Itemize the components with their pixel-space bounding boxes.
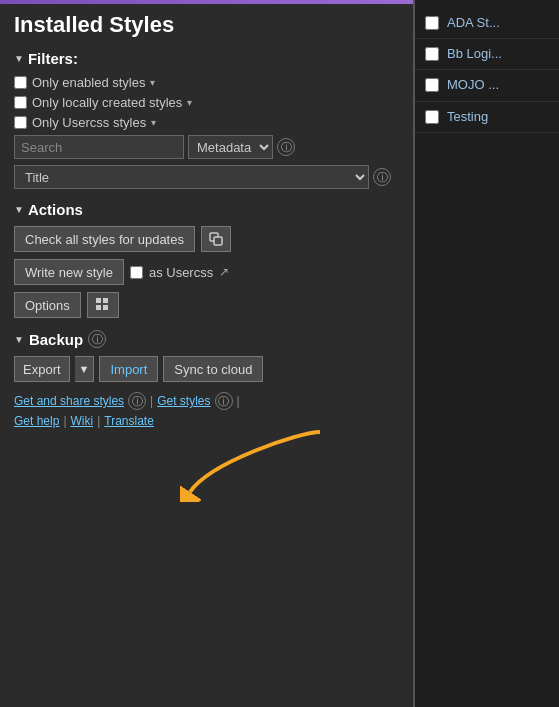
actions-section: ▼ Actions Check all styles for updates W… xyxy=(14,201,399,318)
write-new-button[interactable]: Write new style xyxy=(14,259,124,285)
style-item-3: Testing xyxy=(415,102,559,133)
page-title: Installed Styles xyxy=(14,12,399,38)
svg-rect-1 xyxy=(214,237,222,245)
style-checkbox-0[interactable] xyxy=(425,16,439,30)
right-panel: ADA St... Bb Logi... MOJO ... Testing xyxy=(415,0,559,707)
options-button[interactable]: Options xyxy=(14,292,81,318)
backup-info-button[interactable]: ⓘ xyxy=(88,330,106,348)
check-updates-button[interactable]: Check all styles for updates xyxy=(14,226,195,252)
actions-triangle: ▼ xyxy=(14,204,24,215)
style-name-2: MOJO ... xyxy=(447,76,499,94)
style-name-1: Bb Logi... xyxy=(447,45,502,63)
as-usercss-label: as Usercss xyxy=(149,265,213,280)
sync-button[interactable]: Sync to cloud xyxy=(163,356,263,382)
filter-enabled-checkbox[interactable] xyxy=(14,76,27,89)
external-link-icon[interactable]: ↗ xyxy=(219,265,229,279)
grid-icon xyxy=(94,296,112,314)
filter-usercss-row: Only Usercss styles ▾ xyxy=(14,115,399,130)
filter-enabled-row: Only enabled styles ▾ xyxy=(14,75,399,90)
usercss-checkbox[interactable] xyxy=(130,266,143,279)
title-select[interactable]: Title xyxy=(14,165,369,189)
svg-rect-3 xyxy=(103,298,108,303)
separator-3: | xyxy=(63,414,66,428)
write-style-row: Write new style as Usercss ↗ xyxy=(14,259,399,285)
actions-header: ▼ Actions xyxy=(14,201,399,218)
filters-triangle: ▼ xyxy=(14,53,24,64)
options-row: Options xyxy=(14,292,399,318)
style-item-0: ADA St... xyxy=(415,8,559,39)
get-styles-info[interactable]: ⓘ xyxy=(215,392,233,410)
separator-4: | xyxy=(97,414,100,428)
svg-rect-4 xyxy=(96,305,101,310)
metadata-select[interactable]: Metadata xyxy=(188,135,273,159)
translate-link[interactable]: Translate xyxy=(104,414,154,428)
filters-title: Filters: xyxy=(28,50,78,67)
title-row: Title ⓘ xyxy=(14,165,399,189)
get-share-info[interactable]: ⓘ xyxy=(128,392,146,410)
filter-local-row: Only locally created styles ▾ xyxy=(14,95,399,110)
backup-header: ▼ Backup ⓘ xyxy=(14,330,399,348)
filter-usercss-checkbox[interactable] xyxy=(14,116,27,129)
check-updates-icon-button[interactable] xyxy=(201,226,231,252)
search-input[interactable] xyxy=(14,135,184,159)
style-item-1: Bb Logi... xyxy=(415,39,559,70)
filters-section: ▼ Filters: Only enabled styles ▾ Only lo… xyxy=(14,50,399,189)
links-row-1: Get and share styles ⓘ | Get styles ⓘ | xyxy=(14,392,399,410)
separator-1: | xyxy=(150,394,153,408)
filters-header: ▼ Filters: xyxy=(14,50,399,67)
search-info-button[interactable]: ⓘ xyxy=(277,138,295,156)
svg-rect-2 xyxy=(96,298,101,303)
actions-title: Actions xyxy=(28,201,83,218)
style-name-3: Testing xyxy=(447,108,488,126)
get-help-link[interactable]: Get help xyxy=(14,414,59,428)
import-button[interactable]: Import xyxy=(99,356,158,382)
style-checkbox-3[interactable] xyxy=(425,110,439,124)
export-button[interactable]: Export xyxy=(14,356,70,382)
search-row: Metadata ⓘ xyxy=(14,135,399,159)
style-checkbox-1[interactable] xyxy=(425,47,439,61)
filter-local-label: Only locally created styles xyxy=(32,95,182,110)
get-styles-link[interactable]: Get styles xyxy=(157,394,210,408)
filter-usercss-arrow[interactable]: ▾ xyxy=(151,117,156,128)
left-panel: Installed Styles ▼ Filters: Only enabled… xyxy=(0,0,415,707)
top-bar xyxy=(0,0,413,4)
backup-title-text: Backup xyxy=(29,331,83,348)
svg-rect-5 xyxy=(103,305,108,310)
backup-triangle: ▼ xyxy=(14,334,24,345)
arrow-annotation xyxy=(180,422,330,502)
filter-usercss-label: Only Usercss styles xyxy=(32,115,146,130)
title-info-button[interactable]: ⓘ xyxy=(373,168,391,186)
filter-enabled-arrow[interactable]: ▾ xyxy=(150,77,155,88)
style-name-0: ADA St... xyxy=(447,14,500,32)
export-dropdown-button[interactable]: ▼ xyxy=(75,356,95,382)
links-row-2: Get help | Wiki | Translate xyxy=(14,414,399,428)
refresh-icon xyxy=(208,231,224,247)
backup-row: Export ▼ Import Sync to cloud xyxy=(14,356,399,382)
style-checkbox-2[interactable] xyxy=(425,78,439,92)
check-updates-row: Check all styles for updates xyxy=(14,226,399,252)
wiki-link[interactable]: Wiki xyxy=(71,414,94,428)
filter-enabled-label: Only enabled styles xyxy=(32,75,145,90)
options-icon-button[interactable] xyxy=(87,292,119,318)
filter-local-checkbox[interactable] xyxy=(14,96,27,109)
get-share-link[interactable]: Get and share styles xyxy=(14,394,124,408)
filter-local-arrow[interactable]: ▾ xyxy=(187,97,192,108)
backup-section: ▼ Backup ⓘ Export ▼ Import Sync to cloud xyxy=(14,330,399,382)
links-section: Get and share styles ⓘ | Get styles ⓘ | … xyxy=(14,392,399,428)
style-item-2: MOJO ... xyxy=(415,70,559,101)
separator-2: | xyxy=(237,394,240,408)
